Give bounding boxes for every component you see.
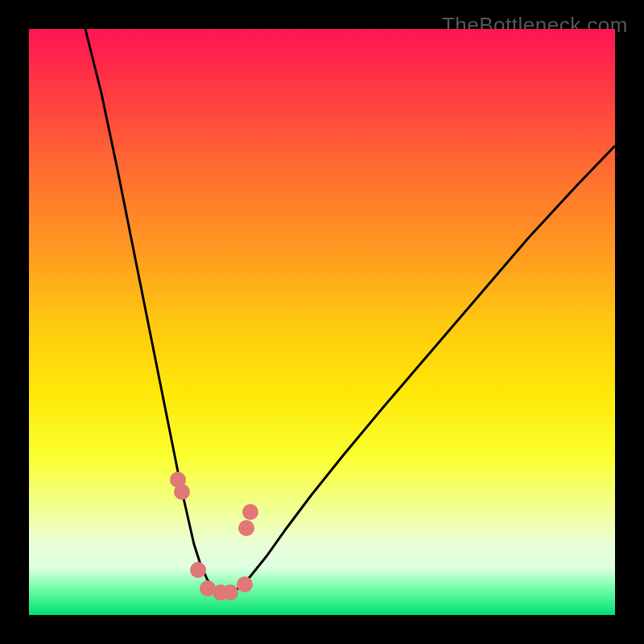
marker-dot [174, 484, 190, 500]
plot-area [29, 29, 615, 615]
bottleneck-curve [85, 29, 615, 592]
marker-dot [242, 504, 258, 520]
marker-dots-group [170, 472, 258, 601]
marker-dot [237, 576, 253, 592]
marker-dot [190, 562, 206, 578]
marker-dot [222, 584, 238, 601]
chart-svg [29, 29, 615, 615]
chart-frame: TheBottleneck.com [0, 0, 644, 644]
marker-dot [238, 520, 254, 536]
